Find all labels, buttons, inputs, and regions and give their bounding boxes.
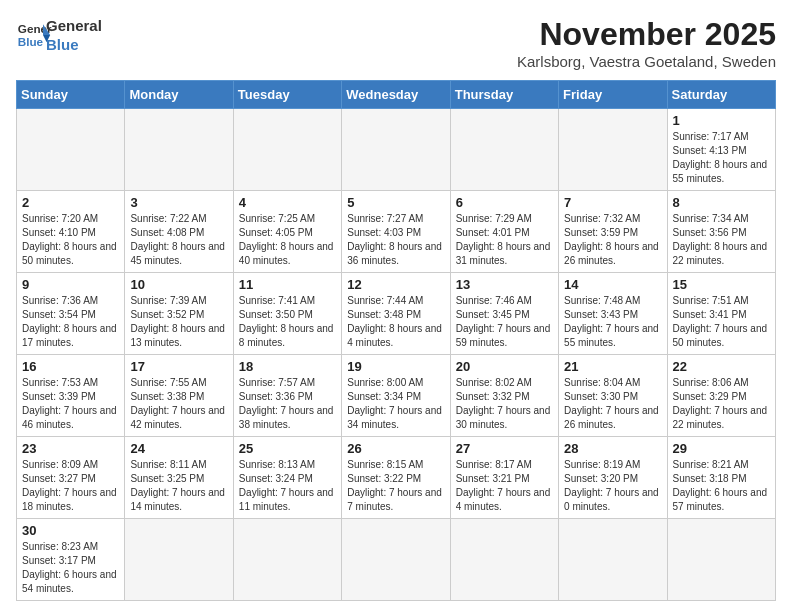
day-info: Sunrise: 7:51 AM Sunset: 3:41 PM Dayligh… [673,294,770,350]
day-number: 17 [130,359,227,374]
week-row-4: 16Sunrise: 7:53 AM Sunset: 3:39 PM Dayli… [17,355,776,437]
day-cell: 28Sunrise: 8:19 AM Sunset: 3:20 PM Dayli… [559,437,667,519]
day-cell [559,519,667,601]
day-cell: 8Sunrise: 7:34 AM Sunset: 3:56 PM Daylig… [667,191,775,273]
day-number: 18 [239,359,336,374]
day-info: Sunrise: 7:44 AM Sunset: 3:48 PM Dayligh… [347,294,444,350]
day-info: Sunrise: 7:53 AM Sunset: 3:39 PM Dayligh… [22,376,119,432]
day-cell: 5Sunrise: 7:27 AM Sunset: 4:03 PM Daylig… [342,191,450,273]
day-number: 27 [456,441,553,456]
day-number: 4 [239,195,336,210]
day-cell: 3Sunrise: 7:22 AM Sunset: 4:08 PM Daylig… [125,191,233,273]
day-cell: 7Sunrise: 7:32 AM Sunset: 3:59 PM Daylig… [559,191,667,273]
day-cell: 27Sunrise: 8:17 AM Sunset: 3:21 PM Dayli… [450,437,558,519]
day-number: 1 [673,113,770,128]
day-cell: 17Sunrise: 7:55 AM Sunset: 3:38 PM Dayli… [125,355,233,437]
day-info: Sunrise: 8:06 AM Sunset: 3:29 PM Dayligh… [673,376,770,432]
day-info: Sunrise: 8:13 AM Sunset: 3:24 PM Dayligh… [239,458,336,514]
logo: General Blue General Blue [16,16,102,54]
day-number: 26 [347,441,444,456]
day-number: 19 [347,359,444,374]
day-number: 8 [673,195,770,210]
day-info: Sunrise: 8:15 AM Sunset: 3:22 PM Dayligh… [347,458,444,514]
week-row-5: 23Sunrise: 8:09 AM Sunset: 3:27 PM Dayli… [17,437,776,519]
day-info: Sunrise: 7:29 AM Sunset: 4:01 PM Dayligh… [456,212,553,268]
day-number: 5 [347,195,444,210]
logo-blue: Blue [46,36,79,53]
day-info: Sunrise: 8:17 AM Sunset: 3:21 PM Dayligh… [456,458,553,514]
day-number: 13 [456,277,553,292]
day-cell: 10Sunrise: 7:39 AM Sunset: 3:52 PM Dayli… [125,273,233,355]
day-info: Sunrise: 8:19 AM Sunset: 3:20 PM Dayligh… [564,458,661,514]
day-number: 6 [456,195,553,210]
day-cell: 24Sunrise: 8:11 AM Sunset: 3:25 PM Dayli… [125,437,233,519]
day-cell: 29Sunrise: 8:21 AM Sunset: 3:18 PM Dayli… [667,437,775,519]
day-cell: 4Sunrise: 7:25 AM Sunset: 4:05 PM Daylig… [233,191,341,273]
day-cell: 13Sunrise: 7:46 AM Sunset: 3:45 PM Dayli… [450,273,558,355]
col-header-sunday: Sunday [17,81,125,109]
day-number: 10 [130,277,227,292]
day-number: 23 [22,441,119,456]
day-number: 3 [130,195,227,210]
day-number: 20 [456,359,553,374]
day-number: 15 [673,277,770,292]
day-number: 30 [22,523,119,538]
day-cell [233,109,341,191]
day-info: Sunrise: 7:25 AM Sunset: 4:05 PM Dayligh… [239,212,336,268]
day-cell: 22Sunrise: 8:06 AM Sunset: 3:29 PM Dayli… [667,355,775,437]
day-info: Sunrise: 7:41 AM Sunset: 3:50 PM Dayligh… [239,294,336,350]
week-row-1: 1Sunrise: 7:17 AM Sunset: 4:13 PM Daylig… [17,109,776,191]
day-cell [450,519,558,601]
logo-general: General [46,17,102,34]
col-header-saturday: Saturday [667,81,775,109]
day-cell: 20Sunrise: 8:02 AM Sunset: 3:32 PM Dayli… [450,355,558,437]
day-cell: 9Sunrise: 7:36 AM Sunset: 3:54 PM Daylig… [17,273,125,355]
day-cell [17,109,125,191]
week-row-2: 2Sunrise: 7:20 AM Sunset: 4:10 PM Daylig… [17,191,776,273]
day-number: 25 [239,441,336,456]
day-cell [342,519,450,601]
day-cell: 14Sunrise: 7:48 AM Sunset: 3:43 PM Dayli… [559,273,667,355]
day-cell: 26Sunrise: 8:15 AM Sunset: 3:22 PM Dayli… [342,437,450,519]
page-header: General Blue General Blue November 2025 … [16,16,776,70]
day-cell: 25Sunrise: 8:13 AM Sunset: 3:24 PM Dayli… [233,437,341,519]
day-info: Sunrise: 8:09 AM Sunset: 3:27 PM Dayligh… [22,458,119,514]
day-cell: 16Sunrise: 7:53 AM Sunset: 3:39 PM Dayli… [17,355,125,437]
day-cell: 11Sunrise: 7:41 AM Sunset: 3:50 PM Dayli… [233,273,341,355]
calendar-header-row: SundayMondayTuesdayWednesdayThursdayFrid… [17,81,776,109]
day-number: 29 [673,441,770,456]
day-cell [125,109,233,191]
week-row-6: 30Sunrise: 8:23 AM Sunset: 3:17 PM Dayli… [17,519,776,601]
day-info: Sunrise: 8:11 AM Sunset: 3:25 PM Dayligh… [130,458,227,514]
day-info: Sunrise: 7:32 AM Sunset: 3:59 PM Dayligh… [564,212,661,268]
svg-text:Blue: Blue [18,35,44,48]
day-info: Sunrise: 7:20 AM Sunset: 4:10 PM Dayligh… [22,212,119,268]
day-cell [559,109,667,191]
day-number: 11 [239,277,336,292]
day-cell: 21Sunrise: 8:04 AM Sunset: 3:30 PM Dayli… [559,355,667,437]
day-number: 14 [564,277,661,292]
day-cell: 1Sunrise: 7:17 AM Sunset: 4:13 PM Daylig… [667,109,775,191]
day-info: Sunrise: 7:39 AM Sunset: 3:52 PM Dayligh… [130,294,227,350]
day-number: 28 [564,441,661,456]
col-header-tuesday: Tuesday [233,81,341,109]
day-number: 16 [22,359,119,374]
day-number: 2 [22,195,119,210]
day-cell: 15Sunrise: 7:51 AM Sunset: 3:41 PM Dayli… [667,273,775,355]
day-cell [233,519,341,601]
day-info: Sunrise: 7:34 AM Sunset: 3:56 PM Dayligh… [673,212,770,268]
day-cell: 23Sunrise: 8:09 AM Sunset: 3:27 PM Dayli… [17,437,125,519]
calendar-table: SundayMondayTuesdayWednesdayThursdayFrid… [16,80,776,601]
day-cell: 30Sunrise: 8:23 AM Sunset: 3:17 PM Dayli… [17,519,125,601]
day-cell [667,519,775,601]
day-cell [342,109,450,191]
day-number: 22 [673,359,770,374]
day-cell: 12Sunrise: 7:44 AM Sunset: 3:48 PM Dayli… [342,273,450,355]
day-number: 7 [564,195,661,210]
day-info: Sunrise: 7:22 AM Sunset: 4:08 PM Dayligh… [130,212,227,268]
day-info: Sunrise: 8:21 AM Sunset: 3:18 PM Dayligh… [673,458,770,514]
day-info: Sunrise: 7:55 AM Sunset: 3:38 PM Dayligh… [130,376,227,432]
col-header-monday: Monday [125,81,233,109]
day-number: 12 [347,277,444,292]
day-cell: 18Sunrise: 7:57 AM Sunset: 3:36 PM Dayli… [233,355,341,437]
